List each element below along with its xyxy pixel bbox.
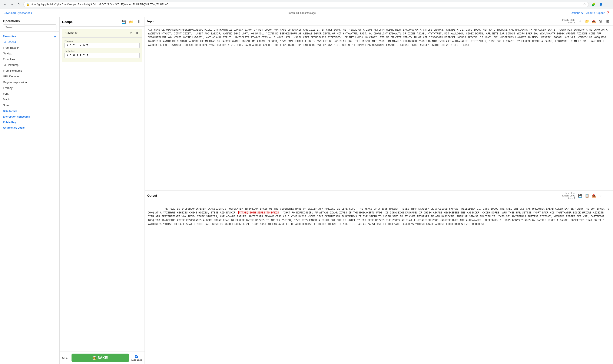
sidebar-item-to-base64[interactable]: To Base64 [0,39,59,45]
sidebar-item-fork[interactable]: Fork [0,91,59,97]
about-label: About / Support [586,11,605,14]
url-text: https://gchq.github.io/CyberChef/#recipe… [31,3,582,6]
input-header: Input length: 2599 lines: 1 + 📁 📤 🗑 ⊞ [145,17,613,26]
output-fullscreen-button[interactable]: ⛶ [604,193,611,199]
recipe-actions: 💾 📂 🗑 [121,19,142,25]
options-button[interactable]: Options ⚙ [571,11,584,14]
lock-icon: 🔒 [26,3,29,6]
app-header: Download CyberChef ⬇ Last build: 6 month… [0,9,613,17]
sidebar-item-sum[interactable]: Sum [0,102,59,108]
bake-label: 🧑‍🍳 BAKE! [92,356,108,360]
output-save-button[interactable]: 💾 [577,193,583,199]
profile-button[interactable]: 👤 [598,1,604,7]
browser-actions: 🧩 👤 ⋮ [590,1,611,7]
output-open-button[interactable]: 📤 [591,193,597,199]
save-recipe-button[interactable]: 💾 [121,19,127,25]
build-info: Last build: 6 months ago [33,12,571,14]
operation-buttons: ⊘ ⏸ [129,31,140,36]
recipe-title: Recipe [62,20,121,24]
sidebar-section-data-format[interactable]: Data format [0,108,59,114]
sidebar-item-magic[interactable]: Magic [0,97,59,102]
menu-button[interactable]: ⋮ [605,1,611,7]
disable-operation-button[interactable]: ⊘ [129,31,134,36]
address-bar[interactable]: 🔒 https://gchq.github.io/CyberChef/#reci… [23,2,589,7]
sidebar-header: Operations [0,17,59,32]
header-right: Options ⚙ About / Support ❓ [571,11,610,14]
sidebar-item-regex[interactable]: Regular expression [0,79,59,85]
substitute-operation-card: Substitute ⊘ ⏸ Plaintext Ciphertext [62,29,142,62]
plaintext-input[interactable] [65,43,140,48]
nav-buttons: ← → ↻ [2,1,22,7]
sidebar-item-url-decode[interactable]: URL Decode [0,74,59,79]
output-meta: time: 1ms length: 2599 lines: 1 [562,192,575,199]
output-time: time: 1ms [565,192,575,194]
input-folder-button[interactable]: 📁 [584,18,590,24]
refresh-button[interactable]: ↻ [16,1,22,7]
recipe-panel: Recipe 💾 📂 🗑 Substitute ⊘ ⏸ [60,17,145,364]
help-icon: ❓ [606,11,610,14]
input-title: Input [147,20,562,23]
sidebar-item-from-hex[interactable]: From Hex [0,56,59,62]
plaintext-field-row: Plaintext [65,40,140,48]
io-section: Input length: 2599 lines: 1 + 📁 📤 🗑 ⊞ MI… [145,17,613,364]
plaintext-label: Plaintext [65,40,140,42]
delete-recipe-button[interactable]: 🗑 [136,19,142,25]
sidebar-item-entropy[interactable]: Entropy [0,85,59,91]
sidebar-item-from-hexdump[interactable]: From Hexdump [0,68,59,74]
search-input[interactable] [3,25,56,30]
forward-button[interactable]: → [9,1,15,7]
ciphertext-label: Ciphertext [65,50,140,52]
folder-icon: 📂 [129,20,134,24]
ciphertext-field-row: Ciphertext [65,50,140,58]
input-add-button[interactable]: + [577,18,583,24]
sidebar-item-to-hexdump[interactable]: To Hexdump [0,62,59,68]
download-icon: ⬇ [31,11,33,14]
input-clear-button[interactable]: 🗑 [598,18,604,24]
recipe-content: Substitute ⊘ ⏸ Plaintext Ciphertext [60,26,145,351]
sidebar-section-arithmetic[interactable]: Arithmetic / Logic [0,125,59,130]
output-undo-button[interactable]: ↩ [598,193,604,199]
auto-bake-wrapper: Auto Bake [131,355,142,361]
auto-bake-checkbox[interactable] [135,355,138,358]
output-title: Output [147,194,562,197]
output-copy-button[interactable]: 📋 [584,193,590,199]
operation-body: Plaintext Ciphertext [62,38,142,62]
sidebar: Operations Favourites ★ To Base64 From B… [0,17,60,364]
input-open-button[interactable]: 📤 [591,18,597,24]
sidebar-item-from-base64[interactable]: From Base64 [0,45,59,51]
sidebar-section-favourites[interactable]: Favourites ★ [0,33,59,39]
input-lines: lines: 1 [568,21,575,24]
input-content[interactable]: MIT YSAU OL OYGFSBDGRTKFEKBHMGCALSOQTMIO… [145,26,613,190]
download-cyberchef-button[interactable]: Download CyberChef ⬇ [3,11,33,14]
sidebar-section-public-key[interactable]: Public Key [0,119,59,125]
save-icon: 💾 [122,20,126,24]
bookmark-icon[interactable]: ☆ [583,3,586,6]
ciphertext-input[interactable] [65,53,140,58]
star-icon: ★ [54,34,56,38]
output-length: length: 2599 [562,194,575,197]
auto-bake-label: Auto Bake [131,358,142,361]
about-support-button[interactable]: About / Support ❓ [586,11,610,14]
input-meta: length: 2599 lines: 1 [562,19,575,24]
input-length: length: 2599 [562,19,575,21]
main-layout: Operations Favourites ★ To Base64 From B… [0,17,613,364]
favourites-label: Favourites [3,35,16,38]
bake-button[interactable]: 🧑‍🍳 BAKE! [71,354,129,362]
open-recipe-button[interactable]: 📂 [128,19,134,25]
input-panel: Input length: 2599 lines: 1 + 📁 📤 🗑 ⊞ MI… [145,17,613,191]
sidebar-list: Favourites ★ To Base64 From Base64 To He… [0,32,59,364]
sidebar-item-to-hex[interactable]: To Hex [0,51,59,56]
download-label: Download CyberChef [3,11,30,14]
input-layout-button[interactable]: ⊞ [604,18,611,24]
recipe-footer: STEP 🧑‍🍳 BAKE! Auto Bake [60,351,145,364]
back-button[interactable]: ← [2,1,8,7]
pause-operation-button[interactable]: ⏸ [135,31,140,36]
output-lines: lines: 1 [568,197,575,199]
output-highlight: ATTAEQ ZOTH SIRES TO DAKQS [238,211,279,214]
output-header: Output time: 1ms length: 2599 lines: 1 💾… [145,191,613,201]
extensions-button[interactable]: 🧩 [590,1,596,7]
gear-icon: ⚙ [581,11,584,14]
sidebar-title: Operations [3,19,56,23]
sidebar-section-encryption[interactable]: Encryption / Encoding [0,114,59,119]
trash-icon: 🗑 [137,20,141,24]
